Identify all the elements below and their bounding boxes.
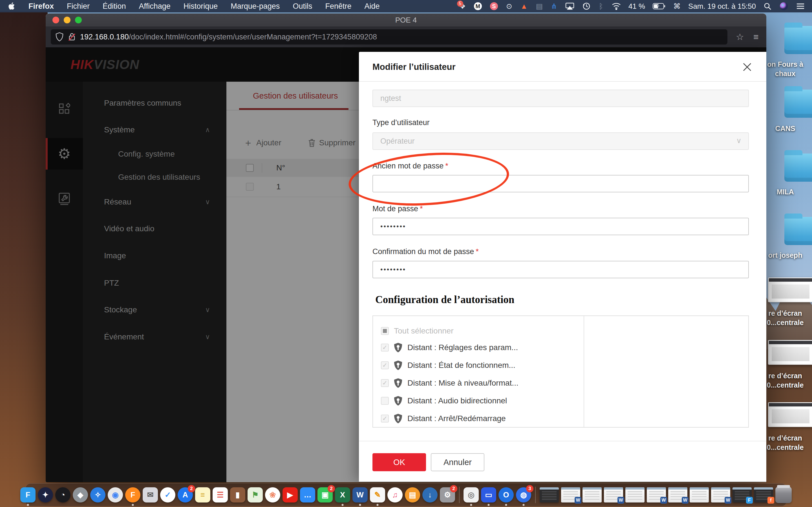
- dock-printer[interactable]: ▭: [481, 487, 496, 503]
- dock-excel[interactable]: X: [335, 487, 350, 503]
- desktop-folder-icon[interactable]: [784, 217, 812, 245]
- wifi-icon[interactable]: [610, 0, 623, 12]
- permission-distant-etat-de-fonctionnem[interactable]: ✓Distant : État de fonctionnem...: [373, 356, 583, 374]
- permission-checkbox[interactable]: [381, 397, 389, 405]
- dock-minimized-window[interactable]: [690, 487, 709, 503]
- permission-distant-audio-bidirectionnel[interactable]: Distant : Audio bidirectionnel: [373, 392, 583, 409]
- battery-text[interactable]: 41 %: [627, 2, 647, 11]
- desktop-folder-icon[interactable]: [784, 26, 812, 54]
- dock-word[interactable]: W: [352, 487, 368, 503]
- url-bar[interactable]: 192.168.0.180/doc/index.html#/config/sys…: [51, 29, 727, 45]
- notification-list-icon[interactable]: [794, 0, 807, 12]
- window-titlebar[interactable]: POE 4: [46, 13, 766, 26]
- cancel-button[interactable]: Annuler: [431, 453, 485, 471]
- permission-checkbox[interactable]: ✓: [381, 379, 389, 387]
- dock-messages[interactable]: …: [300, 487, 315, 503]
- dock-safari[interactable]: ✧: [90, 487, 105, 503]
- permission-checkbox[interactable]: ✓: [381, 344, 389, 351]
- confirm-password-input[interactable]: [372, 261, 749, 278]
- menubar-item-outils[interactable]: Outils: [286, 0, 319, 12]
- dock-minimized-window[interactable]: W: [668, 487, 688, 503]
- dock-facetime[interactable]: ▣2: [317, 487, 333, 503]
- dock-photos[interactable]: ❀: [265, 487, 280, 503]
- dock-minimized-window[interactable]: F: [732, 487, 752, 503]
- desktop-screenshot-file-icon[interactable]: [768, 402, 812, 427]
- dock-siri[interactable]: ✦: [38, 487, 53, 503]
- dock-reminders[interactable]: ☰: [213, 487, 228, 503]
- menubar-item-marque-pages[interactable]: Marque-pages: [224, 0, 286, 12]
- keyboard-icon[interactable]: ⌘: [671, 0, 683, 12]
- library-menu-icon[interactable]: ≡: [753, 26, 759, 47]
- desktop-folder-icon[interactable]: [784, 154, 812, 182]
- dock-minimized-window[interactable]: W: [604, 487, 623, 503]
- menubar-item-fenetre[interactable]: Fenêtre: [319, 0, 358, 12]
- s-shield-icon[interactable]: S: [488, 0, 500, 12]
- dock-youtube[interactable]: ▶: [283, 487, 298, 503]
- password-input[interactable]: [372, 218, 749, 235]
- dock-screenshot-preview[interactable]: ◎: [463, 487, 479, 503]
- share-nodes-icon[interactable]: ⋔: [549, 0, 559, 12]
- dock-launchpad[interactable]: ◆: [73, 487, 88, 503]
- dock-minimized-window[interactable]: [625, 487, 645, 503]
- dock-maps[interactable]: ⚑: [248, 487, 263, 503]
- dock-dashboard[interactable]: ◔: [55, 487, 70, 503]
- menubar-item-affichage[interactable]: Affichage: [133, 0, 177, 12]
- dock-itunes[interactable]: ♫: [388, 487, 403, 503]
- permission-distant-mise-a-niveau-format[interactable]: ✓Distant : Mise à niveau/format...: [373, 374, 583, 392]
- airplay-icon[interactable]: [563, 0, 576, 12]
- time-machine-icon[interactable]: [580, 0, 593, 12]
- desktop-folder-icon[interactable]: [784, 90, 812, 118]
- permission-distant-reglages-des-param[interactable]: ✓Distant : Réglages des param...: [373, 339, 583, 356]
- permission-checkbox[interactable]: ✓: [381, 361, 389, 369]
- dropbox-icon[interactable]: ❖5: [457, 0, 468, 12]
- scanner-icon[interactable]: ▤: [534, 0, 545, 12]
- dock-o-app[interactable]: O: [499, 487, 514, 503]
- menubar-item-firefox[interactable]: Firefox: [22, 0, 60, 12]
- select-all-permissions-checkbox[interactable]: [381, 327, 389, 335]
- permission-distant-arret-redemarrage[interactable]: ✓Distant : Arrêt/Redémarrage: [373, 409, 583, 427]
- dock-chrome[interactable]: ◉: [108, 487, 123, 503]
- menubar-item-historique[interactable]: Historique: [177, 0, 224, 12]
- dock-downloader-globe[interactable]: ↓: [422, 487, 438, 503]
- dock-firefox[interactable]: F: [125, 487, 140, 503]
- permission-checkbox[interactable]: ✓: [381, 414, 389, 422]
- cone-icon[interactable]: ▲: [518, 0, 530, 12]
- modal-close-icon[interactable]: [741, 61, 753, 73]
- menubar-item-edition[interactable]: Édition: [96, 0, 133, 12]
- dock-notes[interactable]: ≡: [195, 487, 210, 503]
- desktop-screenshot-file-icon[interactable]: [768, 277, 812, 302]
- desktop-screenshot-file-icon[interactable]: [768, 340, 812, 365]
- menubar-item-aide[interactable]: Aide: [358, 0, 386, 12]
- browser-toolbar: 192.168.0.180/doc/index.html#/config/sys…: [46, 26, 766, 47]
- spotlight-icon[interactable]: [761, 0, 774, 12]
- ok-button[interactable]: OK: [372, 453, 426, 471]
- bluetooth-icon[interactable]: ᛒ: [596, 0, 606, 12]
- dock-contacts[interactable]: ▮: [230, 487, 245, 503]
- insecure-lock-icon[interactable]: [68, 32, 76, 42]
- dock-trash[interactable]: [775, 487, 792, 503]
- menubar-item-fichier[interactable]: Fichier: [60, 0, 96, 12]
- apple-menu-icon[interactable]: [0, 2, 22, 10]
- tracking-shield-icon[interactable]: [55, 32, 64, 42]
- dock-minimized-window[interactable]: f: [754, 487, 773, 503]
- dock-finder[interactable]: F: [20, 487, 36, 503]
- dock-minimized-window[interactable]: W: [711, 487, 730, 503]
- dock-minimized-window[interactable]: [582, 487, 602, 503]
- onepassword-icon[interactable]: ⊙: [504, 0, 515, 12]
- bookmark-star-icon[interactable]: ☆: [736, 26, 744, 47]
- siri-icon[interactable]: [777, 0, 790, 12]
- dock-teamviewer[interactable]: ◍3: [516, 487, 531, 503]
- dock-minimized-window[interactable]: W: [647, 487, 666, 503]
- dock-app-store[interactable]: A2: [177, 487, 193, 503]
- select-all-permissions[interactable]: Tout sélectionner: [373, 323, 583, 339]
- battery-icon[interactable]: [651, 0, 667, 12]
- dock-pages[interactable]: ✎: [370, 487, 385, 503]
- dock-mail-check[interactable]: ✓: [160, 487, 175, 503]
- dock-minimized-window[interactable]: W: [561, 487, 580, 503]
- clock-text[interactable]: Sam. 19 oct. à 15:50: [687, 2, 758, 11]
- macupdater-icon[interactable]: M: [472, 0, 484, 12]
- dock-minimized-window[interactable]: [540, 487, 559, 503]
- dock-ibooks[interactable]: ▤: [405, 487, 420, 503]
- dock-mail[interactable]: ✉: [143, 487, 158, 503]
- dock-system-preferences[interactable]: ⚙2: [440, 487, 455, 503]
